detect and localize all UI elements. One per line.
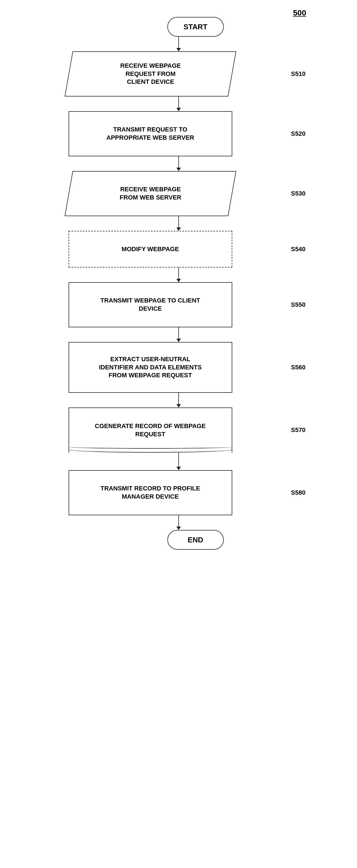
text-s530: RECEIVE WEBPAGEFROM WEB SERVER [111, 185, 189, 202]
start-shape: START [167, 17, 224, 37]
label-s510: S510 [291, 70, 305, 78]
arrow-1 [52, 96, 306, 111]
label-s530: S530 [291, 190, 305, 197]
text-s540: MODIFY WEBPAGE [122, 245, 179, 253]
arrow-8 [52, 515, 306, 530]
text-s580: TRANSMIT RECORD TO PROFILEMANAGER DEVICE [100, 485, 200, 501]
text-s560: EXTRACT USER-NEUTRALIDENTIFIER AND DATA … [99, 355, 202, 379]
shape-s560: EXTRACT USER-NEUTRALIDENTIFIER AND DATA … [68, 342, 232, 393]
arrow-6 [52, 393, 306, 407]
step-row-s510: RECEIVE WEBPAGEREQUEST FROMCLIENT DEVICE… [52, 51, 306, 96]
flow-wrapper: START RECEIVE WEBPAGEREQUEST FROMCLIENT … [0, 11, 357, 550]
arrow-5 [52, 327, 306, 342]
shape-s540: MODIFY WEBPAGE [68, 231, 232, 268]
text-s550: TRANSMIT WEBPAGE TO CLIENTDEVICE [100, 297, 200, 313]
arrow-2 [52, 156, 306, 171]
arrow-3 [52, 216, 306, 231]
shape-s520: TRANSMIT REQUEST TOAPPROPRIATE WEB SERVE… [68, 111, 232, 156]
end-label: END [188, 535, 203, 544]
label-s560: S560 [291, 364, 305, 371]
end-shape-row: END [52, 530, 306, 550]
step-row-s560: EXTRACT USER-NEUTRALIDENTIFIER AND DATA … [52, 342, 306, 393]
shape-s570: CGENERATE RECORD OF WEBPAGEREQUEST [68, 407, 232, 453]
step-row-s570: CGENERATE RECORD OF WEBPAGEREQUEST S570 [52, 407, 306, 453]
label-s580: S580 [291, 489, 305, 496]
label-s570: S570 [291, 426, 305, 434]
label-s520: S520 [291, 130, 305, 137]
shape-s530: RECEIVE WEBPAGEFROM WEB SERVER [64, 171, 236, 216]
flowchart-diagram: 500 START RECEIVE WEBPAGEREQUEST FROMCLI… [0, 0, 357, 561]
label-s550: S550 [291, 301, 305, 308]
arrow-4 [52, 268, 306, 282]
label-s540: S540 [291, 246, 305, 253]
shape-s550: TRANSMIT WEBPAGE TO CLIENTDEVICE [68, 282, 232, 327]
text-s570: CGENERATE RECORD OF WEBPAGEREQUEST [95, 422, 206, 438]
step-row-s550: TRANSMIT WEBPAGE TO CLIENTDEVICE S550 [52, 282, 306, 327]
shape-s580: TRANSMIT RECORD TO PROFILEMANAGER DEVICE [68, 470, 232, 515]
end-shape: END [167, 530, 224, 550]
step-row-s580: TRANSMIT RECORD TO PROFILEMANAGER DEVICE… [52, 470, 306, 515]
text-s510: RECEIVE WEBPAGEREQUEST FROMCLIENT DEVICE [112, 62, 189, 86]
shape-s510: RECEIVE WEBPAGEREQUEST FROMCLIENT DEVICE [64, 51, 236, 96]
step-row-s540: MODIFY WEBPAGE S540 [52, 231, 306, 268]
arrow-7 [52, 453, 306, 470]
start-label: START [183, 23, 207, 31]
step-row-s520: TRANSMIT REQUEST TOAPPROPRIATE WEB SERVE… [52, 111, 306, 156]
text-s520: TRANSMIT REQUEST TOAPPROPRIATE WEB SERVE… [107, 126, 194, 142]
step-row-s530: RECEIVE WEBPAGEFROM WEB SERVER S530 [52, 171, 306, 216]
arrow-0 [52, 37, 306, 51]
start-shape-row: START [52, 17, 306, 37]
